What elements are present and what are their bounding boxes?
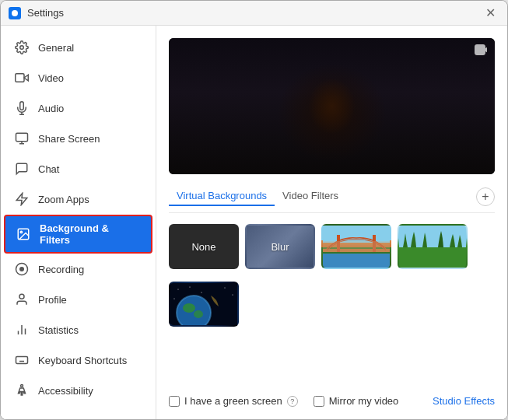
sidebar-item-background-filters[interactable]: Background & Filters <box>4 215 152 254</box>
profile-icon <box>13 291 30 308</box>
svg-point-43 <box>194 310 203 318</box>
mirror-video-label: Mirror my video <box>329 395 399 407</box>
sidebar-item-statistics[interactable]: Statistics <box>4 315 152 345</box>
svg-point-36 <box>190 287 191 288</box>
svg-rect-3 <box>16 74 24 82</box>
window-title: Settings <box>27 7 64 19</box>
svg-rect-32 <box>399 226 466 247</box>
add-background-button[interactable]: + <box>476 187 495 206</box>
chat-icon <box>13 160 30 177</box>
sidebar-label-audio: Audio <box>38 103 64 114</box>
svg-point-1 <box>20 46 24 50</box>
sidebar-item-profile[interactable]: Profile <box>4 285 152 314</box>
sidebar-item-video[interactable]: Video <box>4 63 152 93</box>
close-button[interactable]: ✕ <box>481 4 499 23</box>
video-preview <box>169 38 495 174</box>
titlebar-left: Settings <box>9 7 64 19</box>
bg-none-label: None <box>191 241 215 253</box>
sidebar-label-chat: Chat <box>38 163 59 175</box>
sidebar-label-background-filters: Background & Filters <box>40 222 142 246</box>
sidebar-item-recording[interactable]: Recording <box>4 254 152 284</box>
sidebar-label-accessibility: Accessibility <box>38 385 93 397</box>
svg-point-39 <box>233 295 233 296</box>
sidebar-item-chat[interactable]: Chat <box>4 154 152 184</box>
video-preview-person <box>169 38 495 174</box>
svg-marker-9 <box>16 194 27 205</box>
audio-icon <box>13 100 30 117</box>
camera-icon <box>473 44 487 58</box>
zoom-apps-icon <box>13 191 30 208</box>
sidebar-item-accessibility[interactable]: Accessibility <box>4 376 152 405</box>
sidebar-item-share-screen[interactable]: Share Screen <box>4 124 152 153</box>
tabs-row: Virtual Backgrounds Video Filters + <box>169 187 495 213</box>
sidebar-item-general[interactable]: General <box>4 33 152 62</box>
bg-option-none[interactable]: None <box>169 224 239 269</box>
svg-point-24 <box>21 385 23 387</box>
green-screen-help-icon[interactable]: ? <box>287 396 298 407</box>
svg-point-11 <box>20 231 22 233</box>
svg-rect-33 <box>399 247 466 268</box>
sidebar-label-zoom-apps: Zoom Apps <box>38 194 89 205</box>
background-options: None Blur <box>169 224 495 269</box>
sidebar-label-keyboard-shortcuts: Keyboard Shortcuts <box>38 355 127 366</box>
video-preview-inner <box>169 38 495 174</box>
app-icon <box>9 7 21 19</box>
svg-rect-26 <box>323 226 390 243</box>
svg-point-0 <box>12 10 18 16</box>
background-options-row2 <box>169 282 495 327</box>
bg-option-blur[interactable]: Blur <box>245 224 315 269</box>
sidebar-label-profile: Profile <box>38 294 67 306</box>
mirror-video-checkbox[interactable] <box>314 396 324 407</box>
main-panel: Virtual Backgrounds Video Filters + None… <box>156 26 507 419</box>
svg-marker-2 <box>24 75 28 81</box>
content-area: General Video Audio Share Screen <box>1 26 507 419</box>
sidebar-label-general: General <box>38 42 74 54</box>
settings-window: Settings ✕ General Video <box>0 0 508 420</box>
svg-rect-27 <box>323 254 390 268</box>
svg-point-13 <box>20 268 24 271</box>
tabs-left: Virtual Backgrounds Video Filters <box>169 187 346 206</box>
recording-icon <box>13 261 30 278</box>
sidebar-item-audio[interactable]: Audio <box>4 93 152 123</box>
green-screen-label: I have a green screen <box>184 395 282 407</box>
background-filters-icon <box>15 226 32 243</box>
sidebar-label-video: Video <box>38 72 64 84</box>
video-icon <box>13 69 30 86</box>
tab-virtual-backgrounds[interactable]: Virtual Backgrounds <box>169 187 275 206</box>
keyboard-shortcuts-icon <box>13 352 30 369</box>
titlebar: Settings ✕ <box>1 1 507 26</box>
accessibility-icon <box>13 382 30 399</box>
svg-rect-31 <box>323 241 390 252</box>
statistics-icon <box>13 321 30 338</box>
sidebar-label-statistics: Statistics <box>38 324 79 336</box>
svg-rect-18 <box>16 357 28 364</box>
sidebar-label-share-screen: Share Screen <box>38 133 100 145</box>
general-icon <box>13 39 30 56</box>
svg-rect-6 <box>16 133 28 142</box>
sidebar-label-recording: Recording <box>38 264 84 275</box>
svg-point-35 <box>178 289 179 290</box>
bg-option-grass[interactable] <box>398 224 468 269</box>
green-screen-item: I have a green screen ? <box>169 395 298 407</box>
share-screen-icon <box>13 130 30 147</box>
bg-option-earth[interactable] <box>169 282 239 327</box>
green-screen-checkbox[interactable] <box>169 396 180 407</box>
svg-point-38 <box>225 288 226 289</box>
studio-effects-link[interactable]: Studio Effects <box>433 395 495 407</box>
bg-option-golden-gate[interactable] <box>321 224 391 269</box>
tab-video-filters[interactable]: Video Filters <box>275 187 346 206</box>
mirror-video-item: Mirror my video <box>314 395 399 407</box>
sidebar-item-keyboard-shortcuts[interactable]: Keyboard Shortcuts <box>4 345 152 375</box>
svg-point-37 <box>201 292 202 293</box>
svg-point-14 <box>19 294 24 299</box>
svg-point-42 <box>183 303 195 313</box>
bg-blur-label: Blur <box>271 241 289 253</box>
svg-point-40 <box>174 299 175 299</box>
sidebar-item-zoom-apps[interactable]: Zoom Apps <box>4 184 152 214</box>
checkbox-row: I have a green screen ? Mirror my video … <box>169 389 495 407</box>
sidebar: General Video Audio Share Screen <box>1 26 156 419</box>
